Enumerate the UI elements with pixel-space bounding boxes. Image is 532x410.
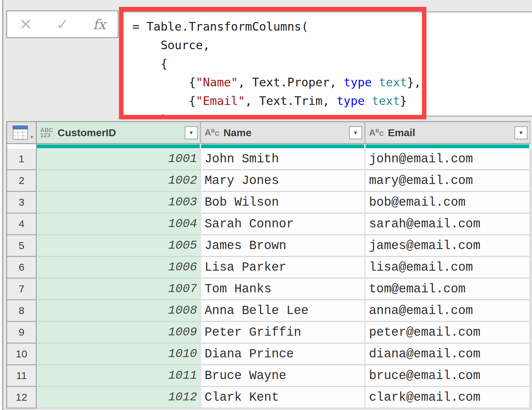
code-token-string: "Name" (196, 75, 238, 89)
cell-customerid[interactable]: 1006 (37, 257, 201, 279)
cell-customerid[interactable]: 1012 (37, 387, 201, 409)
code-token-plain: } (132, 112, 167, 117)
abc-icon[interactable]: ABC (369, 127, 384, 138)
formula-bar[interactable]: = Table.TransformColumns( Source, { {"Na… (121, 11, 532, 117)
cell-customerid[interactable]: 1002 (37, 170, 201, 192)
cell-email[interactable]: mary@email.com (366, 170, 531, 192)
quality-bar (366, 144, 529, 148)
row-number[interactable]: 12 (7, 387, 37, 409)
row-number[interactable]: 7 (7, 279, 37, 300)
quality-corner (7, 144, 37, 149)
header-row: ▾ ABC 123 CustomerID ▼ ABC Name ▼ ABC (7, 122, 531, 144)
quality-bar (201, 144, 364, 148)
quality-bar (37, 144, 200, 148)
cell-email[interactable]: john@email.com (366, 149, 531, 170)
row-number[interactable]: 3 (7, 192, 37, 214)
fx-icon[interactable]: fx (93, 18, 106, 31)
table-row: 31003Bob Wilsonbob@email.com (7, 192, 531, 214)
code-line: {"Email", Text.Trim, type text} (132, 91, 532, 110)
row-number[interactable]: 10 (7, 344, 37, 365)
cell-email[interactable]: tom@email.com (366, 279, 531, 300)
cell-customerid[interactable]: 1008 (37, 300, 201, 322)
row-number[interactable]: 9 (7, 322, 37, 344)
chevron-down-icon: ▼ (353, 130, 358, 135)
cell-email[interactable]: james@email.com (366, 235, 531, 257)
filter-dropdown-button[interactable]: ▼ (349, 126, 362, 139)
cell-customerid[interactable]: 1009 (37, 322, 201, 344)
abc-icon[interactable]: ABC (205, 127, 219, 138)
code-token-type: text (372, 94, 400, 108)
abc-icon-a: A (205, 127, 211, 138)
cell-name[interactable]: Anna Belle Lee (201, 300, 366, 322)
row-number[interactable]: 5 (7, 235, 37, 257)
cell-email[interactable]: sarah@email.com (366, 214, 531, 235)
cell-name[interactable]: Bob Wilson (201, 192, 366, 214)
quality-cell (37, 144, 201, 149)
code-token-plain: Source, (132, 38, 210, 52)
quality-cell (366, 144, 531, 149)
cancel-icon[interactable]: ✕ (19, 17, 32, 32)
cell-customerid[interactable]: 1004 (37, 214, 201, 235)
cell-name[interactable]: Mary Jones (201, 170, 366, 192)
table-row: 111011Bruce Waynebruce@email.com (7, 365, 531, 387)
column-header-email[interactable]: ABC Email ▼ (366, 122, 531, 144)
abc-icon-a: A (369, 127, 376, 138)
code-line: = Table.TransformColumns( (132, 17, 532, 36)
cell-name[interactable]: Lisa Parker (201, 257, 366, 279)
abc-icon-b: B (376, 128, 379, 133)
row-number[interactable]: 1 (7, 149, 37, 170)
confirm-icon[interactable]: ✓ (56, 17, 69, 32)
cell-name[interactable]: Sarah Connor (201, 214, 366, 235)
cell-customerid[interactable]: 1010 (37, 344, 201, 365)
row-number[interactable]: 8 (7, 300, 37, 322)
column-header-name[interactable]: ABC Name ▼ (201, 122, 366, 144)
abc-123-icon-bottom: 123 (40, 132, 51, 139)
code-token-plain: = Table.TransformColumns( (132, 20, 308, 33)
corner-dropdown-icon[interactable]: ▾ (31, 134, 33, 140)
formula-code[interactable]: = Table.TransformColumns( Source, { {"Na… (122, 12, 532, 117)
row-number[interactable]: 6 (7, 257, 37, 279)
select-all-button[interactable]: ▾ (7, 122, 37, 144)
cell-customerid[interactable]: 1005 (37, 235, 201, 257)
column-label: Name (224, 127, 345, 139)
abc-icon-c: C (379, 130, 384, 137)
abc-icon-c: C (215, 130, 219, 137)
abc-icon-b: B (211, 128, 215, 133)
table-row: 41004Sarah Connorsarah@email.com (7, 214, 531, 235)
cell-name[interactable]: James Brown (201, 235, 366, 257)
cell-email[interactable]: bruce@email.com (366, 365, 531, 387)
row-number[interactable]: 2 (7, 170, 37, 192)
cell-name[interactable]: Clark Kent (201, 387, 366, 409)
cell-email[interactable]: lisa@email.com (366, 257, 531, 279)
code-token-plain: { (132, 57, 167, 71)
cell-customerid[interactable]: 1011 (37, 365, 201, 387)
cell-customerid[interactable]: 1003 (37, 192, 201, 214)
filter-dropdown-button[interactable]: ▼ (185, 126, 198, 139)
code-token-plain: , Text.Trim, (245, 94, 337, 108)
column-label: Email (388, 127, 510, 139)
cell-name[interactable]: John Smith (201, 149, 366, 170)
column-quality-row (7, 144, 531, 149)
code-token-plain: { (132, 94, 196, 108)
cell-email[interactable]: diana@email.com (366, 344, 531, 365)
row-number[interactable]: 11 (7, 365, 37, 387)
column-header-customerid[interactable]: ABC 123 CustomerID ▼ (37, 122, 201, 144)
cell-email[interactable]: clark@email.com (366, 387, 531, 409)
cell-email[interactable]: peter@email.com (366, 322, 531, 344)
cell-name[interactable]: Peter Griffin (201, 322, 366, 344)
code-token-plain: } (400, 94, 407, 108)
cell-customerid[interactable]: 1007 (37, 279, 201, 300)
code-token-plain: , Text.Proper, (238, 75, 344, 89)
table-row: 81008Anna Belle Leeanna@email.com (7, 300, 531, 322)
filter-dropdown-button[interactable]: ▼ (514, 126, 528, 139)
row-number[interactable]: 4 (7, 214, 37, 235)
cell-customerid[interactable]: 1001 (37, 149, 201, 170)
cell-email[interactable]: anna@email.com (366, 300, 531, 322)
cell-name[interactable]: Diana Prince (201, 344, 366, 365)
cell-email[interactable]: bob@email.com (366, 192, 531, 214)
table-row: 71007Tom Hankstom@email.com (7, 279, 531, 300)
abc-123-icon[interactable]: ABC 123 (40, 128, 53, 138)
cell-name[interactable]: Bruce Wayne (201, 365, 366, 387)
cell-name[interactable]: Tom Hanks (201, 279, 366, 300)
table-row: 91009Peter Griffinpeter@email.com (7, 322, 531, 344)
